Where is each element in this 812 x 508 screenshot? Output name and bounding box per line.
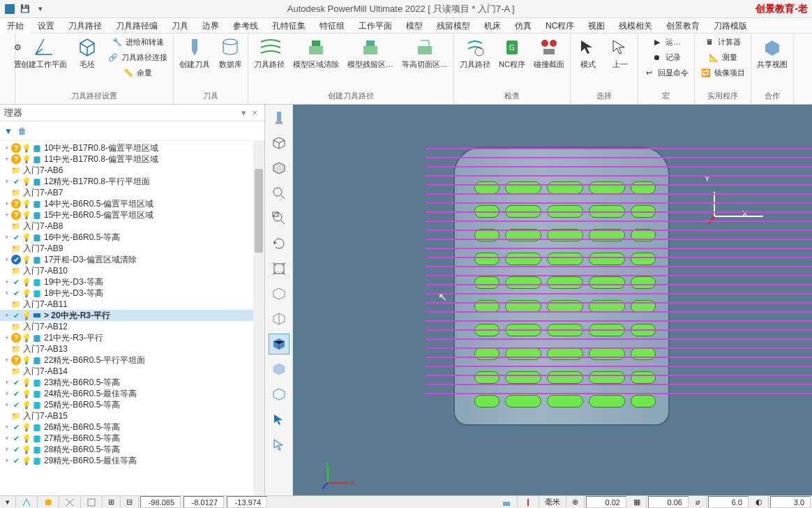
tree-row[interactable]: 📁入门7-AB7 [0, 187, 264, 198]
status-snap-icon[interactable] [16, 496, 38, 508]
menu-tab-4[interactable]: 刀具 [165, 18, 195, 33]
status-step-icon[interactable]: ▦ [628, 496, 647, 508]
view-iso-button[interactable] [269, 107, 290, 128]
constant-z-button[interactable]: 等高切面区… [399, 35, 451, 70]
model-rest-button[interactable]: 模型残留区… [345, 35, 396, 70]
tree-row[interactable]: 📁入门7-AB14 [0, 366, 264, 377]
explorer-tree[interactable]: +?💡10中光-B17R0.8-偏置平坦区域+?💡11中光-B17R0.8-偏置… [0, 141, 264, 495]
status-grid2-icon[interactable]: ⊞ [103, 496, 121, 508]
zoom-extents-button[interactable] [269, 258, 290, 279]
tree-row[interactable]: 📁入门7-AB6 [0, 165, 264, 176]
menu-tab-14[interactable]: NC程序 [539, 18, 581, 33]
status-grid3-icon[interactable]: ⊟ [121, 496, 139, 508]
create-workplane-button[interactable]: 创建工作平面 [18, 35, 70, 70]
menu-tab-18[interactable]: 刀路模版 [707, 18, 754, 33]
scrollbar-thumb[interactable] [255, 169, 263, 253]
tree-row[interactable]: 📁入门7-AB10 [0, 265, 264, 276]
menu-tab-8[interactable]: 特征组 [313, 18, 352, 33]
tree-row[interactable]: +✔💡17开粗-D3-偏置区域清除 [0, 254, 264, 265]
tree-row[interactable]: +✔💡> 20中光-R3-平行 [0, 310, 264, 321]
status-diam-icon[interactable]: ⌀ [690, 496, 707, 508]
tree-row[interactable]: 📁入门7-AB8 [0, 221, 264, 232]
tree-row[interactable]: 📁入门7-AB13 [0, 343, 264, 354]
model-area-clear-button[interactable]: 模型区域清除 [290, 35, 342, 70]
feeds-speeds-button[interactable]: 🔧进给和转速 [105, 35, 170, 49]
dropdown-icon[interactable]: ▾ [35, 3, 46, 15]
tree-row[interactable]: +?💡14中光-B6R0.5-偏置平坦区域 [0, 198, 264, 209]
toolpath-button[interactable]: 刀具路径 [251, 35, 287, 70]
check-toolpath-button[interactable]: 刀具路径 [457, 35, 493, 70]
viewport-3d[interactable]: Y X ↖ XZ [293, 105, 812, 495]
zoom-window-button[interactable] [269, 208, 290, 229]
status-workplane-icon[interactable] [496, 496, 518, 508]
menu-tab-7[interactable]: 孔特征集 [265, 18, 313, 33]
zoom-fit-button[interactable] [269, 183, 290, 204]
save-icon[interactable]: 💾 [20, 3, 31, 15]
thickness-button[interactable]: 📏余量 [105, 66, 170, 80]
tree-row[interactable]: 📁入门7-AB11 [0, 299, 264, 310]
run-macro-button[interactable]: ▶运… [641, 35, 691, 49]
menu-tab-11[interactable]: 残留模型 [430, 18, 477, 33]
tree-row[interactable]: +?💡22精光-B6R0.5-平行平坦面 [0, 354, 264, 366]
tree-row[interactable]: +✔💡18中光-D3-等高 [0, 287, 264, 299]
menu-tab-9[interactable]: 工作平面 [352, 18, 399, 33]
select-arrow-button[interactable] [269, 409, 290, 430]
status-axis-icon[interactable] [38, 496, 59, 508]
menu-tab-10[interactable]: 模型 [399, 18, 430, 33]
menu-tab-0[interactable]: 开始 [0, 18, 31, 33]
menu-tab-12[interactable]: 机床 [477, 18, 508, 33]
tree-row[interactable]: 📁入门7-AB12 [0, 321, 264, 332]
calculator-button[interactable]: 🖩计算器 [698, 35, 748, 49]
view-wireframe-button[interactable] [269, 133, 290, 154]
mirror-project-button[interactable]: 🔁镜像项目 [698, 66, 748, 80]
nc-program-button[interactable]: GNC程序 [496, 35, 528, 70]
database-button[interactable]: 数据库 [216, 35, 245, 70]
collision-section-button[interactable]: 碰撞截面 [531, 35, 567, 70]
status-tool-icon[interactable] [518, 496, 539, 508]
view-cube2-button[interactable] [269, 308, 290, 329]
create-tool-button[interactable]: 创建刀具 [176, 35, 213, 70]
filter-icon[interactable]: ▼ [4, 126, 13, 136]
menu-tab-6[interactable]: 参考线 [226, 18, 265, 33]
select-prev-button[interactable]: 上一 [606, 35, 635, 70]
tree-row[interactable]: +✔💡12精光-B17R0.8-平行平坦面 [0, 176, 264, 187]
view-wireframe2-button[interactable] [269, 384, 290, 405]
tree-row[interactable]: +✔💡25精光-B6R0.5-等高 [0, 399, 264, 410]
trash-icon[interactable]: 🗑 [18, 126, 27, 136]
measure-button[interactable]: 📐测量 [698, 50, 748, 64]
view-cube1-button[interactable] [269, 283, 290, 304]
status-layer-icon[interactable] [81, 496, 103, 508]
tree-row[interactable]: +✔💡16中光-B6R0.5-等高 [0, 232, 264, 243]
menu-tab-5[interactable]: 边界 [195, 18, 226, 33]
status-dropdown[interactable]: ▾ [0, 496, 16, 508]
tree-row[interactable]: 📁入门7-AB9 [0, 243, 264, 254]
menu-tab-13[interactable]: 仿真 [508, 18, 539, 33]
tree-row[interactable]: +✔💡29精光-B6R0.5-最佳等高 [0, 455, 264, 466]
status-grid-icon[interactable] [59, 496, 81, 508]
view-transparent-button[interactable] [269, 359, 290, 380]
record-macro-button[interactable]: ⏺记录 [641, 50, 691, 64]
tree-row[interactable]: +✔💡24精光-B6R0.5-最佳等高 [0, 388, 264, 399]
tree-row[interactable]: 📁入门7-AB15 [0, 410, 264, 421]
tree-row[interactable]: +?💡21中光-R3-平行 [0, 332, 264, 343]
tree-row[interactable]: +✔💡27精光-B6R0.5-等高 [0, 433, 264, 444]
view-shaded-button[interactable] [269, 158, 290, 179]
refresh-button[interactable] [269, 233, 290, 254]
tree-row[interactable]: +?💡15中光-B6R0.5-偏置平坦区域 [0, 209, 264, 221]
menu-tab-2[interactable]: 刀具路径 [61, 18, 109, 33]
scrollbar[interactable] [253, 141, 264, 495]
tree-row[interactable]: +✔💡28精光-B6R0.5-等高 [0, 444, 264, 455]
menu-tab-3[interactable]: 刀具路径编 [109, 18, 165, 33]
stock-button[interactable]: 毛坯 [73, 35, 102, 70]
toolpath-connections-button[interactable]: 🔗刀具路径连接 [105, 50, 170, 64]
close-icon[interactable]: × [249, 107, 260, 118]
tree-row[interactable]: +?💡10中光-B17R0.8-偏置平坦区域 [0, 142, 264, 154]
status-tol-icon[interactable]: ⊕ [566, 496, 585, 508]
status-rad-icon[interactable]: ◐ [750, 496, 769, 508]
view-shaded-solid-button[interactable] [269, 334, 290, 354]
dropdown-icon[interactable]: ▾ [239, 107, 249, 118]
menu-tab-15[interactable]: 视图 [581, 18, 612, 33]
tree-row[interactable]: +?💡11中光-B17R0.8-偏置平坦区域 [0, 154, 264, 165]
select-arrow2-button[interactable] [269, 434, 290, 455]
echo-cmd-button[interactable]: ↩回显命令 [641, 66, 691, 80]
